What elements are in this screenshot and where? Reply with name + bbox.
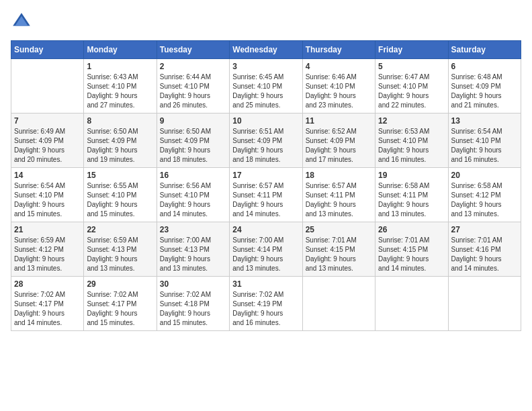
week-row-3: 21Sunrise: 6:59 AM Sunset: 4:12 PM Dayli… — [11, 222, 521, 277]
calendar-cell: 7Sunrise: 6:49 AM Sunset: 4:09 PM Daylig… — [11, 113, 84, 168]
calendar-cell: 23Sunrise: 7:00 AM Sunset: 4:13 PM Dayli… — [157, 222, 229, 277]
calendar-cell: 30Sunrise: 7:02 AM Sunset: 4:18 PM Dayli… — [157, 277, 229, 331]
calendar-cell: 19Sunrise: 6:58 AM Sunset: 4:11 PM Dayli… — [375, 168, 448, 222]
day-number: 6 — [451, 62, 518, 71]
week-row-0: 1Sunrise: 6:43 AM Sunset: 4:10 PM Daylig… — [11, 59, 521, 113]
day-number: 19 — [378, 171, 445, 180]
day-number: 25 — [306, 225, 372, 234]
day-info: Sunrise: 6:47 AM Sunset: 4:10 PM Dayligh… — [378, 73, 445, 110]
header-cell-thursday: Thursday — [302, 41, 375, 59]
calendar-cell: 28Sunrise: 7:02 AM Sunset: 4:17 PM Dayli… — [11, 277, 84, 331]
calendar-body: 1Sunrise: 6:43 AM Sunset: 4:10 PM Daylig… — [11, 59, 521, 331]
day-info: Sunrise: 7:01 AM Sunset: 4:16 PM Dayligh… — [451, 236, 518, 273]
day-info: Sunrise: 7:00 AM Sunset: 4:14 PM Dayligh… — [232, 236, 299, 273]
day-number: 23 — [160, 225, 226, 234]
day-number: 3 — [232, 62, 299, 71]
header-cell-tuesday: Tuesday — [157, 41, 229, 59]
day-info: Sunrise: 6:50 AM Sunset: 4:09 PM Dayligh… — [87, 127, 153, 165]
day-info: Sunrise: 6:54 AM Sunset: 4:10 PM Dayligh… — [14, 181, 81, 219]
day-info: Sunrise: 6:44 AM Sunset: 4:10 PM Dayligh… — [160, 73, 226, 110]
day-info: Sunrise: 6:49 AM Sunset: 4:09 PM Dayligh… — [14, 127, 81, 165]
day-number: 29 — [87, 279, 153, 289]
day-number: 13 — [451, 116, 518, 126]
day-info: Sunrise: 7:01 AM Sunset: 4:15 PM Dayligh… — [306, 236, 372, 273]
day-info: Sunrise: 6:56 AM Sunset: 4:10 PM Dayligh… — [160, 181, 226, 219]
day-info: Sunrise: 6:52 AM Sunset: 4:09 PM Dayligh… — [306, 127, 372, 165]
day-number: 16 — [160, 171, 226, 180]
day-number: 10 — [232, 116, 299, 126]
calendar-cell: 24Sunrise: 7:00 AM Sunset: 4:14 PM Dayli… — [230, 222, 302, 277]
day-number: 15 — [87, 171, 153, 180]
day-info: Sunrise: 6:58 AM Sunset: 4:11 PM Dayligh… — [378, 181, 445, 219]
day-info: Sunrise: 6:43 AM Sunset: 4:10 PM Dayligh… — [87, 73, 153, 110]
header-cell-friday: Friday — [375, 41, 448, 59]
calendar-cell: 31Sunrise: 7:02 AM Sunset: 4:19 PM Dayli… — [230, 277, 302, 331]
day-number: 28 — [14, 279, 81, 289]
week-row-2: 14Sunrise: 6:54 AM Sunset: 4:10 PM Dayli… — [11, 168, 521, 222]
calendar-cell: 3Sunrise: 6:45 AM Sunset: 4:10 PM Daylig… — [230, 59, 302, 113]
calendar-cell: 18Sunrise: 6:57 AM Sunset: 4:11 PM Dayli… — [302, 168, 375, 222]
day-number: 8 — [87, 116, 153, 126]
day-info: Sunrise: 6:58 AM Sunset: 4:12 PM Dayligh… — [451, 181, 518, 219]
day-number: 24 — [232, 225, 299, 234]
calendar-cell: 25Sunrise: 7:01 AM Sunset: 4:15 PM Dayli… — [302, 222, 375, 277]
calendar-cell: 10Sunrise: 6:51 AM Sunset: 4:09 PM Dayli… — [230, 113, 302, 168]
day-number: 2 — [160, 62, 226, 71]
day-info: Sunrise: 6:48 AM Sunset: 4:09 PM Dayligh… — [451, 73, 518, 110]
week-row-4: 28Sunrise: 7:02 AM Sunset: 4:17 PM Dayli… — [11, 277, 521, 331]
calendar-cell: 5Sunrise: 6:47 AM Sunset: 4:10 PM Daylig… — [375, 59, 448, 113]
header-row: SundayMondayTuesdayWednesdayThursdayFrid… — [11, 41, 521, 59]
calendar-cell: 13Sunrise: 6:54 AM Sunset: 4:10 PM Dayli… — [448, 113, 521, 168]
day-number: 30 — [160, 279, 226, 289]
calendar-cell: 21Sunrise: 6:59 AM Sunset: 4:12 PM Dayli… — [11, 222, 84, 277]
calendar-cell: 9Sunrise: 6:50 AM Sunset: 4:09 PM Daylig… — [157, 113, 229, 168]
day-info: Sunrise: 6:45 AM Sunset: 4:10 PM Dayligh… — [232, 73, 299, 110]
day-number: 27 — [451, 225, 518, 234]
calendar-cell — [375, 277, 448, 331]
calendar-cell: 29Sunrise: 7:02 AM Sunset: 4:17 PM Dayli… — [84, 277, 157, 331]
day-info: Sunrise: 6:53 AM Sunset: 4:10 PM Dayligh… — [378, 127, 445, 165]
day-info: Sunrise: 6:50 AM Sunset: 4:09 PM Dayligh… — [160, 127, 226, 165]
calendar-header: SundayMondayTuesdayWednesdayThursdayFrid… — [11, 41, 521, 59]
day-number: 20 — [451, 171, 518, 180]
calendar-cell: 4Sunrise: 6:46 AM Sunset: 4:10 PM Daylig… — [302, 59, 375, 113]
day-number: 18 — [306, 171, 372, 180]
calendar-cell: 2Sunrise: 6:44 AM Sunset: 4:10 PM Daylig… — [157, 59, 229, 113]
day-number: 31 — [232, 279, 299, 289]
header — [11, 11, 521, 32]
logo-icon — [11, 11, 32, 32]
calendar-cell — [448, 277, 521, 331]
day-info: Sunrise: 7:01 AM Sunset: 4:15 PM Dayligh… — [378, 236, 445, 273]
day-info: Sunrise: 7:00 AM Sunset: 4:13 PM Dayligh… — [160, 236, 226, 273]
day-info: Sunrise: 6:54 AM Sunset: 4:10 PM Dayligh… — [451, 127, 518, 165]
day-number: 1 — [87, 62, 153, 71]
header-cell-monday: Monday — [84, 41, 157, 59]
header-cell-wednesday: Wednesday — [230, 41, 302, 59]
calendar-cell — [302, 277, 375, 331]
day-info: Sunrise: 7:02 AM Sunset: 4:17 PM Dayligh… — [87, 290, 153, 328]
day-number: 9 — [160, 116, 226, 126]
calendar-cell: 27Sunrise: 7:01 AM Sunset: 4:16 PM Dayli… — [448, 222, 521, 277]
calendar-cell: 6Sunrise: 6:48 AM Sunset: 4:09 PM Daylig… — [448, 59, 521, 113]
day-info: Sunrise: 6:57 AM Sunset: 4:11 PM Dayligh… — [306, 181, 372, 219]
day-number: 5 — [378, 62, 445, 71]
day-info: Sunrise: 6:51 AM Sunset: 4:09 PM Dayligh… — [232, 127, 299, 165]
day-info: Sunrise: 7:02 AM Sunset: 4:17 PM Dayligh… — [14, 290, 81, 328]
calendar-cell: 11Sunrise: 6:52 AM Sunset: 4:09 PM Dayli… — [302, 113, 375, 168]
day-info: Sunrise: 6:57 AM Sunset: 4:11 PM Dayligh… — [232, 181, 299, 219]
header-cell-saturday: Saturday — [448, 41, 521, 59]
calendar-cell: 20Sunrise: 6:58 AM Sunset: 4:12 PM Dayli… — [448, 168, 521, 222]
day-info: Sunrise: 6:59 AM Sunset: 4:12 PM Dayligh… — [14, 236, 81, 273]
calendar-cell: 1Sunrise: 6:43 AM Sunset: 4:10 PM Daylig… — [84, 59, 157, 113]
calendar-table: SundayMondayTuesdayWednesdayThursdayFrid… — [11, 40, 521, 331]
day-info: Sunrise: 6:59 AM Sunset: 4:13 PM Dayligh… — [87, 236, 153, 273]
calendar-cell — [11, 59, 84, 113]
calendar-cell: 26Sunrise: 7:01 AM Sunset: 4:15 PM Dayli… — [375, 222, 448, 277]
calendar-cell: 16Sunrise: 6:56 AM Sunset: 4:10 PM Dayli… — [157, 168, 229, 222]
week-row-1: 7Sunrise: 6:49 AM Sunset: 4:09 PM Daylig… — [11, 113, 521, 168]
day-info: Sunrise: 6:46 AM Sunset: 4:10 PM Dayligh… — [306, 73, 372, 110]
calendar-cell: 14Sunrise: 6:54 AM Sunset: 4:10 PM Dayli… — [11, 168, 84, 222]
day-number: 7 — [14, 116, 81, 126]
header-cell-sunday: Sunday — [11, 41, 84, 59]
day-info: Sunrise: 7:02 AM Sunset: 4:18 PM Dayligh… — [160, 290, 226, 328]
